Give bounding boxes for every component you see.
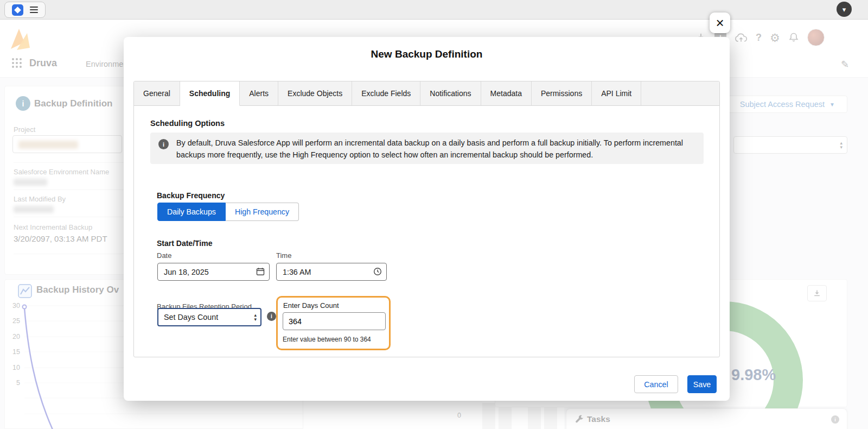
close-icon[interactable]: ×	[710, 12, 730, 33]
tab-permissions[interactable]: Permissions	[532, 81, 592, 106]
tab-notifications[interactable]: Notifications	[420, 81, 481, 106]
scheduling-info-text: By default, Druva Salesforce App will pe…	[176, 137, 684, 164]
extension-icon[interactable]	[12, 4, 23, 16]
date-label: Date	[157, 251, 171, 260]
clock-icon[interactable]	[373, 267, 382, 278]
top-strip: ▾	[0, 0, 868, 20]
high-frequency-option[interactable]: High Frequency	[226, 203, 299, 221]
start-datetime-label: Start Date/Time	[157, 239, 212, 248]
date-field	[157, 263, 270, 281]
tab-exclude-objects[interactable]: Exclude Objects	[278, 81, 352, 106]
stepper-icon[interactable]: ▴▾	[254, 313, 257, 321]
save-button[interactable]: Save	[687, 375, 717, 393]
strip-button-group	[4, 2, 46, 18]
tab-alerts[interactable]: Alerts	[240, 81, 278, 106]
tab-exclude-fields[interactable]: Exclude Fields	[352, 81, 420, 106]
dialog-title: New Backup Definition	[124, 48, 730, 60]
time-input[interactable]	[276, 263, 387, 281]
tab-general[interactable]: General	[134, 81, 180, 106]
calendar-icon[interactable]	[256, 267, 265, 278]
cancel-button[interactable]: Cancel	[634, 375, 678, 393]
tab-metadata[interactable]: Metadata	[481, 81, 532, 106]
new-backup-definition-dialog: New Backup Definition General Scheduling…	[124, 37, 730, 401]
scheduling-info-banner: i By default, Druva Salesforce App will …	[150, 133, 704, 164]
tab-scheduling[interactable]: Scheduling	[180, 81, 240, 106]
tab-api-limit[interactable]: API Limit	[592, 81, 641, 106]
days-count-hint: Enter value between 90 to 364	[283, 336, 371, 343]
days-count-group: Enter Days Count Enter value between 90 …	[276, 296, 391, 350]
hamburger-icon[interactable]	[30, 7, 38, 13]
scheduling-options-title: Scheduling Options	[150, 119, 225, 128]
retention-period-select[interactable]: Set Days Count ▴▾	[157, 308, 261, 326]
time-field	[276, 263, 387, 281]
retention-period-value: Set Days Count	[158, 313, 218, 321]
screen: + ? ⚙ ✎ Druva Environmen i Backup Defini…	[0, 0, 868, 429]
time-label: Time	[276, 251, 291, 260]
backup-frequency-toggle: Daily Backups High Frequency	[157, 203, 299, 221]
backup-frequency-label: Backup Frequency	[157, 191, 225, 200]
info-icon: i	[267, 312, 276, 321]
tab-bar: General Scheduling Alerts Exclude Object…	[134, 81, 719, 106]
daily-backups-option[interactable]: Daily Backups	[157, 203, 226, 221]
tab-bar-filler	[641, 81, 719, 106]
days-count-input[interactable]	[283, 312, 386, 330]
days-count-label: Enter Days Count	[283, 301, 339, 310]
date-input[interactable]	[157, 263, 270, 281]
chevron-down-icon[interactable]: ▾	[837, 2, 852, 17]
info-icon: i	[158, 139, 169, 149]
